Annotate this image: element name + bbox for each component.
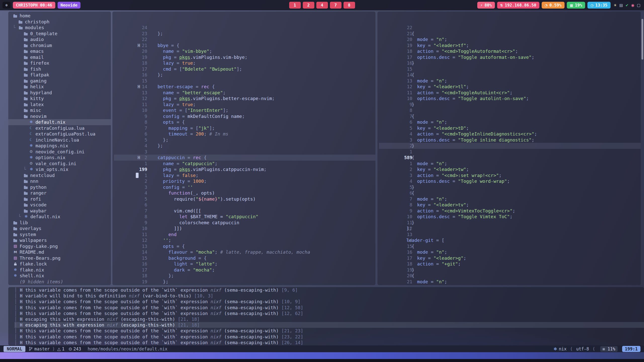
- tree-item[interactable]: firefox: [8, 60, 111, 66]
- diagnostics-summary[interactable]: △1 ⊙243: [57, 346, 81, 351]
- status-chip[interactable]: ⇅192.168.86.50: [497, 2, 539, 9]
- tree-item[interactable]: flake.nix: [8, 267, 111, 273]
- status-chip[interactable]: ⚡80%: [477, 2, 495, 9]
- tree-item[interactable]: misc: [8, 107, 111, 113]
- tree-item[interactable]: vale_config.ini: [8, 161, 111, 167]
- code-line[interactable]: 13 leader-git = [: [379, 220, 641, 226]
- code-line[interactable]: H 13 pkg = pkgs.vimPlugins.better-escape…: [114, 78, 375, 84]
- code-editor-main[interactable]: 24 }; 23 22 bbye = { 21 name = "vim-bbye…: [112, 12, 375, 285]
- tree-item[interactable]: nextcloud: [8, 172, 111, 178]
- tree-item[interactable]: inclineNavic.lua: [8, 137, 111, 143]
- status-chip[interactable]: ◷13:35: [587, 2, 610, 9]
- tree-item[interactable]: └ modules: [8, 25, 111, 31]
- tree-item[interactable]: options.nix: [8, 155, 111, 161]
- tree-item[interactable]: (9 hidden items): [8, 279, 111, 285]
- code-line[interactable]: 21 mode = "n";: [379, 19, 641, 25]
- tray-icon[interactable]: ◉: [631, 3, 634, 8]
- tree-item[interactable]: Foggy-Lake.png: [8, 243, 111, 249]
- code-line[interactable]: 21 key = "<leader>gg";: [379, 267, 641, 273]
- session-badge[interactable]: CHRISTOPH 00:46: [13, 2, 55, 9]
- diagnostic-item[interactable]: │ H this variable comes from the scope o…: [14, 299, 644, 304]
- tree-item[interactable]: python: [8, 184, 111, 190]
- workspace-button[interactable]: 7: [330, 2, 341, 9]
- tree-item[interactable]: mappings.nix: [8, 143, 111, 149]
- tree-item[interactable]: lib: [8, 220, 111, 226]
- tree-item[interactable]: Three-Bears.png: [8, 255, 111, 261]
- nixos-launcher-icon[interactable]: ❄: [3, 2, 11, 9]
- code-line[interactable]: 6 key = "<leader>tD";: [379, 107, 641, 113]
- code-line[interactable]: 5 action = "<cmd>ToggleInlineDiagnostics…: [379, 113, 641, 119]
- code-line[interactable]: 19 action = "<cmd>ToggleAutoformat<cr>";: [379, 31, 641, 37]
- code-line[interactable]: 22 {: [379, 13, 641, 19]
- tree-item[interactable]: fish: [8, 66, 111, 72]
- code-line[interactable]: 22 bbye = {: [114, 25, 375, 31]
- scrollbar-thumb[interactable]: [641, 19, 643, 60]
- tree-item[interactable]: audio: [8, 36, 111, 42]
- status-chip[interactable]: ▦19%: [567, 2, 585, 9]
- code-line[interactable]: 12 action = "<cmd>ToggleAutoLint<cr>";: [379, 72, 641, 78]
- code-line[interactable]: 8 action = "<cmd>VimtexTocToggle<cr>";: [379, 190, 641, 196]
- code-line[interactable]: 15 mode = "n";: [379, 232, 641, 238]
- code-line[interactable]: 589 mode = "n";: [379, 143, 641, 149]
- code-line[interactable]: H 20 pkg = pkgs.vimPlugins.vim-bbye;: [114, 36, 375, 42]
- tree-item[interactable]: emacs: [8, 48, 111, 54]
- code-line[interactable]: 24 };: [114, 13, 375, 19]
- tray-icon[interactable]: ▢: [637, 3, 640, 8]
- diagnostic-item[interactable]: │ H escaping this with expression nixf (…: [14, 322, 644, 328]
- tree-item[interactable]: home: [8, 13, 111, 19]
- code-line[interactable]: H 1 pkg = pkgs.vimPlugins.catppuccin-nvi…: [114, 149, 375, 155]
- tree-item[interactable]: system: [8, 232, 111, 238]
- app-badge[interactable]: Neovide: [58, 2, 80, 9]
- tray-icon[interactable]: ✔: [625, 3, 629, 8]
- tree-item[interactable]: overlays: [8, 225, 111, 232]
- diagnostic-item[interactable]: │ H this variable comes from the scope o…: [14, 305, 644, 310]
- tree-item[interactable]: neovim: [8, 113, 111, 119]
- code-line[interactable]: 1 key = "<leader>tw";: [379, 149, 641, 155]
- tree-item[interactable]: flatpak: [8, 72, 111, 78]
- tree-item[interactable]: └ vim_opts.nix: [8, 166, 111, 172]
- code-line[interactable]: 7 mode = "n";: [379, 102, 641, 108]
- tree-item[interactable]: hyprland: [8, 90, 111, 96]
- workspace-button[interactable]: 2: [303, 2, 314, 9]
- tree-item[interactable]: extraConfigLuaPost.lua: [8, 131, 111, 137]
- diagnostic-item[interactable]: │ H this variable comes from the scope o…: [14, 310, 644, 316]
- tree-item[interactable]: chromium: [8, 42, 111, 49]
- tree-item[interactable]: gaming: [8, 78, 111, 84]
- diagnostic-item[interactable]: │ H this variable comes from the scope o…: [14, 334, 644, 340]
- code-line[interactable]: 20 key = "<leader>tf";: [379, 25, 641, 31]
- tray-icon[interactable]: ☀: [614, 3, 617, 8]
- tray-icon[interactable]: ▤: [619, 3, 623, 8]
- tree-item[interactable]: rofi: [8, 196, 111, 202]
- code-line[interactable]: 14 mode = "n";: [379, 60, 641, 66]
- tree-item[interactable]: README.md: [8, 249, 111, 255]
- tree-item[interactable]: └ default.nix: [8, 214, 111, 220]
- code-line[interactable]: 7 key = "<leader>tv";: [379, 184, 641, 190]
- code-line[interactable]: 17 action = "+git";: [379, 243, 641, 249]
- code-line[interactable]: 23: [114, 19, 375, 25]
- tree-item[interactable]: christoph: [8, 19, 111, 25]
- tree-item[interactable]: neovide_config.ini: [8, 149, 111, 155]
- status-chip[interactable]: ◔0.59%: [542, 2, 565, 9]
- tree-item[interactable]: wallpapers: [8, 237, 111, 243]
- workspace-button[interactable]: 4: [316, 2, 328, 9]
- workspace-button[interactable]: 1: [289, 2, 301, 9]
- tree-item[interactable]: nnn: [8, 178, 111, 184]
- diagnostic-item[interactable]: │ H variable will bind to this definitio…: [14, 293, 644, 299]
- tree-item[interactable]: waybar: [8, 208, 111, 214]
- tree-item[interactable]: ranger: [8, 190, 111, 196]
- tree-item[interactable]: email: [8, 54, 111, 60]
- git-branch[interactable]: master: [29, 346, 50, 351]
- tree-item[interactable]: 0_template: [8, 31, 111, 37]
- workspace-button[interactable]: 8: [344, 2, 355, 9]
- tree-item[interactable]: helix: [8, 84, 111, 90]
- code-editor-right[interactable]: 22 { 21 mode = "n"; 20 key = "<leader>tf…: [377, 12, 641, 285]
- diagnostic-item[interactable]: │ H this variable comes from the scope o…: [14, 340, 644, 345]
- tree-item[interactable]: vscode: [8, 202, 111, 208]
- code-line[interactable]: 14 {: [379, 225, 641, 232]
- tree-item[interactable]: default.nix: [8, 119, 111, 125]
- diagnostic-item[interactable]: │ H this variable comes from the scope o…: [14, 287, 644, 293]
- code-line[interactable]: 8 colorscheme catppuccin: [114, 202, 375, 208]
- code-line[interactable]: 2 action = "<cmd>:set wrap!<cr>";: [379, 155, 641, 161]
- tree-item[interactable]: extraConfigLua.lua: [8, 125, 111, 131]
- tree-item[interactable]: flake.lock: [8, 261, 111, 267]
